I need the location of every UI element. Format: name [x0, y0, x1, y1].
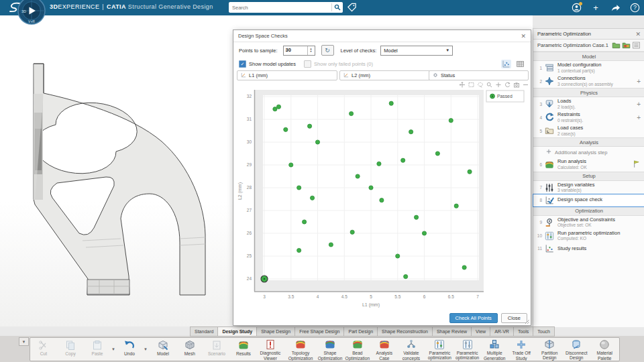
toolbar-button-cut[interactable]: Cut [30, 338, 57, 361]
search-icon[interactable] [331, 3, 343, 11]
list-icon[interactable] [632, 41, 641, 50]
dropdown-caret-icon[interactable]: ▼ [143, 338, 148, 361]
check-all-points-button[interactable]: Check All Points [449, 313, 498, 323]
tab-ar-vr[interactable]: AR-VR [490, 326, 513, 337]
folder-green-icon[interactable] [612, 41, 621, 50]
toolbar-button-model[interactable]: Model [150, 338, 176, 361]
add-icon[interactable]: + [637, 101, 642, 108]
search-box[interactable] [229, 2, 343, 13]
tree-item-run-analysis[interactable]: 6 Run analysisCalculated: OK [533, 158, 644, 171]
tab-standard[interactable]: Standard [190, 326, 217, 337]
help-icon[interactable]: ? [629, 3, 640, 13]
tree-item-design-variables[interactable]: 7 Design variables3 variable(s) [533, 181, 644, 194]
show-failed-points-checkbox[interactable]: ✓ [304, 60, 311, 68]
table-view-icon[interactable] [515, 60, 525, 68]
toolbar-overflow-caret[interactable]: ▼ [619, 338, 620, 361]
toolbar-button-topology-optimization[interactable]: Topology Optimization [285, 338, 316, 361]
panel-close-icon[interactable]: ✕ [635, 31, 641, 38]
tree-item-model-configuration[interactable]: 1 Model configuration1 contextual part(s… [533, 61, 644, 74]
data-point[interactable] [315, 140, 319, 144]
add-icon[interactable]: + [637, 114, 642, 121]
column-header-status[interactable]: Status [429, 70, 529, 80]
refresh-icon[interactable] [506, 82, 511, 87]
tab-touch[interactable]: Touch [533, 326, 555, 337]
toolbar-button-parametric-optimization-[interactable]: Parametric optimization ... [426, 338, 453, 361]
data-point[interactable] [462, 265, 466, 269]
data-point[interactable] [380, 198, 384, 202]
show-model-updates-checkbox[interactable]: ✓ [239, 60, 246, 68]
data-point[interactable] [284, 127, 288, 131]
3d-compass[interactable]: 3D V+R [16, 0, 47, 30]
toolbar-button-undo[interactable]: Undo [116, 338, 143, 361]
points-value[interactable]: 30 [284, 46, 307, 55]
data-point[interactable] [389, 101, 393, 105]
toolbar-button-mesh[interactable]: Mesh [176, 338, 203, 361]
move-icon[interactable] [460, 82, 465, 88]
toolbar-button-multiple-generation[interactable]: Multiple Generation [481, 338, 508, 361]
data-point[interactable] [297, 186, 301, 190]
toolbar-button-shape-optimization[interactable]: Shape Optimization [316, 338, 344, 361]
data-point[interactable] [449, 119, 453, 123]
tree-item-design-space-check[interactable]: 8 Design space check [533, 194, 644, 206]
user-icon[interactable] [571, 3, 582, 13]
data-point[interactable] [307, 124, 311, 128]
toolbar-collapse-icon[interactable]: ▼ [19, 337, 29, 346]
tree-item-restraints[interactable]: 4 Restraints0 restraint(s). + [533, 111, 644, 124]
data-point[interactable] [273, 107, 277, 111]
data-point[interactable] [404, 275, 408, 279]
tab-shape-reconstruction[interactable]: Shape Reconstruction [377, 326, 432, 337]
data-point[interactable] [303, 220, 307, 224]
data-point[interactable] [329, 243, 333, 247]
toolbar-button-disconnect-design-space[interactable]: Disconnect Design Space [563, 338, 590, 361]
tree-item-objective-and-constraints[interactable]: 9 Objective and ConstraintsObjective set… [533, 216, 644, 229]
column-header-l2-mm-[interactable]: L2 (mm) [339, 70, 433, 80]
toolbar-button-partition-design-space[interactable]: Partition Design Space [536, 338, 563, 361]
data-point[interactable] [356, 174, 360, 178]
tab-shape-review[interactable]: Shape Review [432, 326, 471, 337]
data-point[interactable] [409, 130, 413, 134]
data-point[interactable] [297, 248, 301, 252]
flag-icon[interactable] [632, 160, 642, 170]
tree-item-run-parametric-optimization[interactable]: 10 Run parametric optimizationComputed: … [533, 229, 644, 243]
tab-design-study[interactable]: Design Study [217, 326, 256, 337]
tab-view[interactable]: View [471, 326, 490, 337]
toolbar-button-trade-off-study[interactable]: Trade Off Study [508, 338, 535, 361]
toolbar-button-bead-optimization[interactable]: Bead Optimization [344, 338, 371, 361]
tree-item-study-results[interactable]: 11 Study results [533, 243, 644, 255]
tab-shape-design[interactable]: Shape Design [256, 326, 294, 337]
toolbar-button-parametric-optimization-[interactable]: Parametric optimization ... [453, 338, 481, 361]
data-point[interactable] [276, 105, 280, 109]
scatter-view-icon[interactable] [501, 60, 511, 68]
data-point[interactable] [310, 196, 314, 200]
toolbar-button-analysis-case[interactable]: Analysis Case [371, 338, 398, 361]
folder-multi-icon[interactable] [622, 41, 631, 50]
tag-icon[interactable] [347, 3, 357, 13]
column-header-l1-mm-[interactable]: L1 (mm) [237, 70, 337, 80]
refresh-button[interactable]: ↻ [321, 45, 334, 56]
additional-analysis-step[interactable]: Additional analysis step [533, 147, 644, 158]
points-to-sample-stepper[interactable]: 30 ▲▼ [283, 46, 315, 56]
level-of-checks-dropdown[interactable]: Model▼ [380, 46, 453, 56]
tree-item-connections[interactable]: 2 Connections3 connection(s) on assembly… [533, 74, 644, 88]
data-point[interactable] [396, 254, 400, 258]
tab-free-shape-design[interactable]: Free Shape Design [294, 326, 343, 337]
pan-plus-icon[interactable] [496, 82, 501, 87]
toolbar-button-material-palette[interactable]: Material Palette [591, 338, 618, 361]
add-icon[interactable]: + [590, 3, 601, 13]
dialog-close-button[interactable]: Close [501, 313, 527, 323]
data-point[interactable] [369, 186, 373, 190]
camera-icon[interactable] [515, 82, 519, 87]
toolbar-button-scenario[interactable]: Scenario [203, 338, 230, 361]
data-point[interactable] [349, 111, 353, 115]
lasso-icon[interactable] [478, 82, 483, 87]
box-select-icon[interactable] [469, 83, 474, 87]
tree-item-load-cases[interactable]: 5 Load cases2 case(s) [533, 124, 644, 137]
data-point[interactable] [289, 163, 293, 167]
stepper-arrows[interactable]: ▲▼ [307, 46, 315, 55]
data-point[interactable] [377, 162, 381, 166]
share-icon[interactable] [610, 3, 621, 13]
toolbar-button-paste[interactable]: Paste [84, 338, 111, 361]
tab-tools[interactable]: Tools [513, 326, 533, 337]
data-point[interactable] [454, 204, 458, 208]
data-point[interactable] [401, 158, 405, 162]
